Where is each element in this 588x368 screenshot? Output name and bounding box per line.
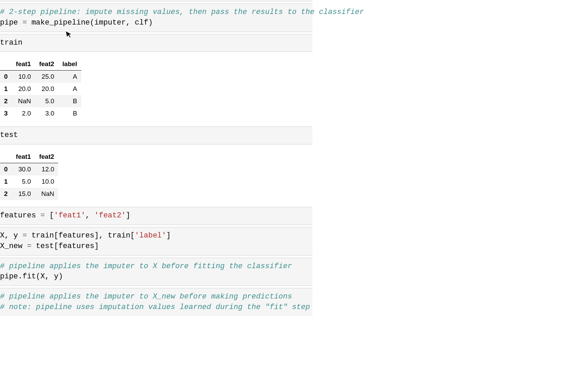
table-header-row: feat1 feat2 label — [0, 58, 81, 71]
code-text: make_pipeline(imputer, clf) — [27, 18, 153, 27]
code-text: [ — [45, 211, 54, 220]
code-text: , — [85, 211, 94, 220]
table-header-index — [0, 58, 12, 71]
cell-value: 3.0 — [35, 107, 58, 120]
row-index: 1 — [0, 175, 12, 188]
comment-text: # pipeline applies the imputer to X_new … — [0, 292, 292, 301]
comment-text: # note: pipeline uses imputation values … — [0, 303, 310, 311]
code-text: train[features], train[ — [27, 231, 135, 240]
code-text: train — [0, 39, 22, 47]
code-text: test — [0, 131, 18, 139]
table-row: 3 2.0 3.0 B — [0, 107, 81, 120]
notebook-container: # 2-step pipeline: impute missing values… — [0, 0, 312, 316]
table-header-feat2: feat2 — [35, 58, 58, 71]
operator: = — [27, 242, 31, 250]
code-text: pipe.fit(X, y) — [0, 272, 63, 281]
code-text: pipe — [0, 18, 22, 27]
table-header-row: feat1 feat2 — [0, 151, 58, 163]
code-cell-xy[interactable]: X, y = train[features], train['label'] X… — [0, 227, 312, 256]
table-header-feat1: feat1 — [12, 151, 35, 163]
cell-value: 30.0 — [12, 163, 35, 176]
code-cell-fit[interactable]: # pipeline applies the imputer to X befo… — [0, 258, 312, 286]
code-text: X, y — [0, 231, 22, 240]
code-cell-features[interactable]: features = ['feat1', 'feat2'] — [0, 207, 312, 225]
table-row: 2 NaN 5.0 B — [0, 95, 81, 107]
cell-value: A — [58, 71, 81, 83]
cell-value: 10.0 — [35, 175, 58, 188]
cell-value: 2.0 — [12, 107, 35, 120]
cell-value: 12.0 — [35, 163, 58, 176]
table-row: 1 20.0 20.0 A — [0, 83, 81, 95]
table-row: 0 10.0 25.0 A — [0, 71, 81, 83]
output-test-table: feat1 feat2 0 30.0 12.0 1 5.0 10.0 2 15.… — [0, 144, 312, 207]
comment-text: # 2-step pipeline: impute missing values… — [0, 8, 364, 16]
dataframe-train: feat1 feat2 label 0 10.0 25.0 A 1 20.0 2… — [0, 58, 81, 120]
cell-value: 5.0 — [35, 95, 58, 107]
cell-value: B — [58, 95, 81, 107]
comment-text: # pipeline applies the imputer to X befo… — [0, 262, 292, 271]
dataframe-test: feat1 feat2 0 30.0 12.0 1 5.0 10.0 2 15.… — [0, 151, 58, 200]
output-train-table: feat1 feat2 label 0 10.0 25.0 A 1 20.0 2… — [0, 52, 312, 126]
row-index: 0 — [0, 71, 12, 83]
code-text: features — [0, 211, 40, 220]
string-literal: 'feat2' — [94, 211, 126, 220]
string-literal: 'feat1' — [54, 211, 85, 220]
table-row: 2 15.0 NaN — [0, 188, 58, 200]
cell-value: 25.0 — [35, 71, 58, 83]
operator: = — [22, 231, 27, 240]
cell-value: 20.0 — [12, 83, 35, 95]
table-row: 0 30.0 12.0 — [0, 163, 58, 176]
table-header-feat2: feat2 — [35, 151, 58, 163]
code-text: X_new — [0, 242, 27, 250]
operator: = — [22, 18, 27, 27]
cell-value: NaN — [35, 188, 58, 200]
operator: = — [40, 211, 45, 220]
cell-value: NaN — [12, 95, 35, 107]
table-header-label: label — [58, 58, 81, 71]
row-index: 1 — [0, 83, 12, 95]
code-text: test[features] — [31, 242, 99, 250]
cell-value: A — [58, 83, 81, 95]
cell-value: 20.0 — [35, 83, 58, 95]
row-index: 2 — [0, 95, 12, 107]
cell-value: B — [58, 107, 81, 120]
code-text: ] — [166, 231, 171, 240]
code-cell-predict[interactable]: # pipeline applies the imputer to X_new … — [0, 288, 312, 316]
code-cell-pipeline[interactable]: # 2-step pipeline: impute missing values… — [0, 3, 312, 32]
table-header-index — [0, 151, 12, 163]
code-cell-train[interactable]: train — [0, 34, 312, 52]
code-text: ] — [126, 211, 130, 220]
row-index: 0 — [0, 163, 12, 176]
row-index: 3 — [0, 107, 12, 120]
table-header-feat1: feat1 — [12, 58, 35, 71]
row-index: 2 — [0, 188, 12, 200]
cell-value: 10.0 — [12, 71, 35, 83]
code-cell-test[interactable]: test — [0, 126, 312, 144]
table-row: 1 5.0 10.0 — [0, 175, 58, 188]
cell-value: 15.0 — [12, 188, 35, 200]
string-literal: 'label' — [135, 231, 166, 240]
cell-value: 5.0 — [12, 175, 35, 188]
